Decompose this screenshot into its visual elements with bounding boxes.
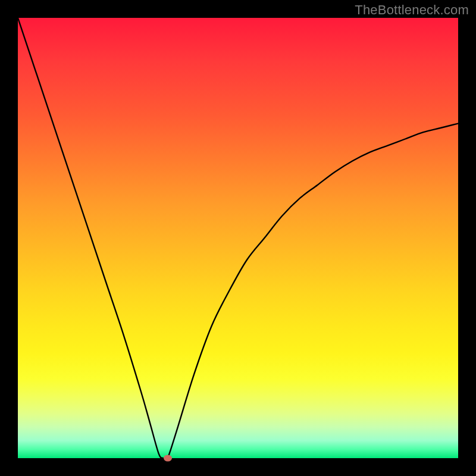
optimal-point-marker — [164, 455, 172, 462]
chart-frame: TheBottleneck.com — [0, 0, 476, 476]
bottleneck-curve — [18, 18, 458, 458]
watermark-text: TheBottleneck.com — [355, 2, 469, 18]
plot-area — [18, 18, 458, 458]
